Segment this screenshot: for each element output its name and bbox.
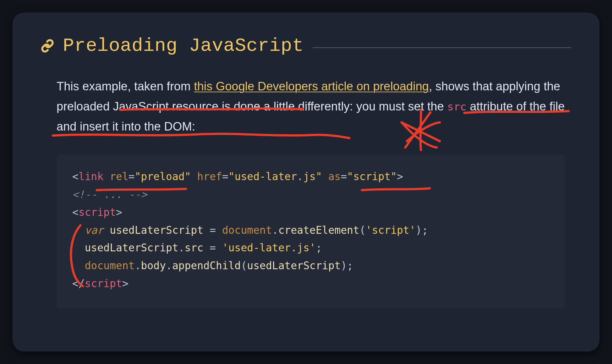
- prop-src: src: [185, 242, 204, 254]
- space: [203, 224, 210, 236]
- ident: usedLaterScript: [85, 242, 178, 254]
- prop-body: body: [141, 260, 166, 272]
- punct: ;: [347, 260, 353, 272]
- tag-script-open: script: [79, 206, 116, 218]
- punct: ;: [422, 224, 428, 236]
- attr-href: href: [197, 170, 222, 183]
- punct: >: [116, 206, 122, 218]
- punct: .: [166, 260, 172, 272]
- punct: =: [210, 224, 216, 236]
- link-icon[interactable]: [41, 39, 54, 52]
- punct: .: [272, 224, 278, 236]
- punct: ): [341, 260, 347, 272]
- punct: <: [72, 206, 79, 218]
- punct: .: [178, 242, 185, 254]
- article-card: Preloading JavaScript This example, take…: [13, 13, 599, 351]
- arg-ident: usedLaterScript: [247, 260, 341, 272]
- obj-document: document: [85, 260, 135, 272]
- indent: [72, 224, 85, 236]
- punct: =: [128, 170, 135, 183]
- space: [191, 170, 197, 183]
- punct: (: [359, 224, 366, 236]
- space: [103, 224, 110, 236]
- heading-row: Preloading JavaScript: [41, 35, 571, 56]
- punct: =: [222, 170, 228, 183]
- space: [103, 170, 110, 183]
- punct: ;: [316, 242, 322, 254]
- page: Preloading JavaScript This example, take…: [0, 0, 612, 364]
- val-href: "used-later.js": [228, 170, 322, 183]
- kw-var: var: [85, 224, 104, 236]
- space: [322, 170, 328, 183]
- obj-document: document: [222, 224, 272, 236]
- indent: [72, 260, 85, 272]
- val-script: "script": [347, 170, 397, 183]
- punct: (: [241, 260, 247, 272]
- google-developers-link[interactable]: this Google Developers article on preloa…: [194, 80, 429, 93]
- comment: <!-- ... -->: [72, 188, 147, 201]
- val-preload: "preload": [135, 170, 191, 183]
- space: [203, 242, 210, 254]
- punct: <: [72, 170, 79, 183]
- ident: usedLaterScript: [110, 224, 203, 236]
- punct: =: [341, 170, 347, 183]
- space: [216, 242, 222, 254]
- punct: ): [416, 224, 422, 236]
- punct: </: [72, 277, 85, 290]
- punct: =: [210, 242, 216, 254]
- tag-link: link: [79, 170, 103, 183]
- punct: >: [397, 170, 403, 183]
- intro-paragraph: This example, taken from this Google Dev…: [57, 77, 565, 136]
- inline-code-src: src: [447, 100, 466, 113]
- str-used-later: 'used-later.js': [222, 242, 316, 254]
- space: [216, 224, 222, 236]
- indent: [72, 242, 85, 254]
- section-title: Preloading JavaScript: [63, 35, 304, 56]
- attr-as: as: [328, 170, 341, 183]
- section-body: This example, taken from this Google Dev…: [57, 77, 565, 308]
- tag-script-close: script: [85, 277, 122, 290]
- text: This example, taken from: [57, 80, 194, 93]
- punct: .: [135, 260, 141, 272]
- heading-rule: [313, 47, 571, 48]
- fn-createElement: createElement: [278, 224, 359, 236]
- str-script: 'script': [366, 224, 416, 236]
- punct: >: [122, 277, 128, 290]
- fn-appendChild: appendChild: [172, 260, 241, 272]
- code-block: <link rel="preload" href="used-later.js"…: [57, 155, 565, 308]
- attr-rel: rel: [110, 170, 128, 183]
